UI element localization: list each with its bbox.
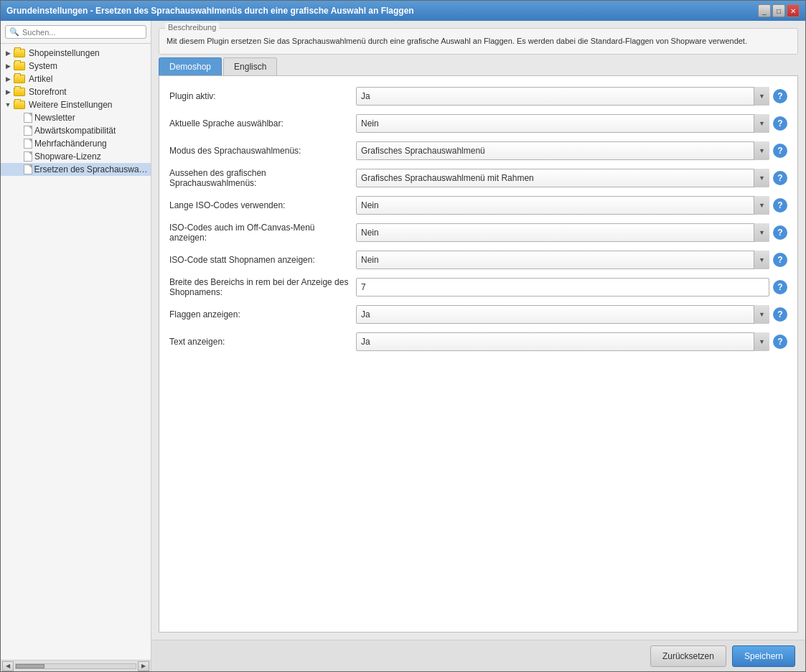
sidebar-item-label: Storefront xyxy=(29,87,67,97)
sidebar-item-artikel[interactable]: ▶ Artikel xyxy=(1,73,151,85)
tab-demoshop[interactable]: Demoshop xyxy=(159,57,222,75)
scrollbar-track[interactable] xyxy=(15,663,136,669)
select-wrapper-flaggen: Ja Nein ▼ xyxy=(356,305,769,324)
select-plugin-aktiv[interactable]: Ja Nein xyxy=(356,87,769,106)
close-button[interactable]: ✕ xyxy=(787,4,800,17)
select-modus[interactable]: Grafisches Sprachauswahlmenü Standard xyxy=(356,141,769,160)
label-text: Text anzeigen: xyxy=(169,337,356,347)
help-button-plugin-aktiv[interactable]: ? xyxy=(773,89,787,103)
select-wrapper-plugin-aktiv: Ja Nein ▼ xyxy=(356,87,769,106)
help-button-iso-shopname[interactable]: ? xyxy=(773,253,787,267)
expand-icon: ▶ xyxy=(4,88,12,96)
window-title: Grundeinstellungen - Ersetzen des Sprach… xyxy=(6,6,414,16)
help-button-breite[interactable]: ? xyxy=(773,280,787,294)
search-box: 🔍 xyxy=(1,21,151,44)
bottom-bar: Zurücksetzen Speichern xyxy=(151,640,805,671)
sidebar-item-label: Abwärtskompatibilität xyxy=(34,126,116,136)
sidebar-item-label: Shopware-Lizenz xyxy=(34,151,101,162)
select-iso-offcanvas[interactable]: Nein Ja xyxy=(356,223,769,242)
sidebar-item-newsletter[interactable]: Newsletter xyxy=(1,111,151,124)
sidebar-item-label: Artikel xyxy=(29,74,52,84)
sidebar-item-abwaertskompatibilitaet[interactable]: Abwärtskompatibilität xyxy=(1,124,151,137)
help-button-aktuelle-sprache[interactable]: ? xyxy=(773,116,787,131)
expand-icon: ▶ xyxy=(4,75,12,83)
control-iso-offcanvas: Nein Ja ▼ ? xyxy=(356,223,787,242)
description-legend: Beschreibung xyxy=(165,23,219,32)
reset-button[interactable]: Zurücksetzen xyxy=(650,645,726,667)
sidebar-item-label: Newsletter xyxy=(34,113,75,123)
control-aktuelle-sprache: Nein Ja ▼ ? xyxy=(356,114,787,133)
sidebar-item-shopware-lizenz[interactable]: Shopware-Lizenz xyxy=(1,150,151,163)
help-button-iso-offcanvas[interactable]: ? xyxy=(773,225,787,240)
label-plugin-aktiv: Plugin aktiv: xyxy=(169,91,356,101)
main-window: Grundeinstellungen - Ersetzen des Sprach… xyxy=(0,0,806,672)
select-wrapper-aussehen: Grafisches Sprachauswahlmenü mit Rahmen … xyxy=(356,169,769,187)
scrollbar-thumb xyxy=(16,664,44,668)
search-input[interactable] xyxy=(22,28,142,37)
help-button-text[interactable]: ? xyxy=(773,335,787,349)
minimize-button[interactable]: _ xyxy=(758,4,771,17)
form-row-lange-iso: Lange ISO-Codes verwenden: Nein Ja ▼ ? xyxy=(169,195,787,215)
expand-icon-open: ▼ xyxy=(4,101,12,109)
doc-icon xyxy=(24,126,32,136)
help-button-flaggen[interactable]: ? xyxy=(773,307,787,322)
right-panel: Beschreibung Mit diesem Plugin ersetzen … xyxy=(151,21,805,671)
sidebar-item-label: Mehrfachänderung xyxy=(34,139,107,149)
sidebar: 🔍 ▶ Shopeinstellungen ▶ System xyxy=(1,21,151,671)
select-aussehen[interactable]: Grafisches Sprachauswahlmenü mit Rahmen … xyxy=(356,169,769,187)
expand-icon: ▶ xyxy=(4,62,12,70)
label-breite: Breite des Bereichs in rem bei der Anzei… xyxy=(169,277,356,297)
sidebar-item-mehrfachaenderung[interactable]: Mehrfachänderung xyxy=(1,137,151,150)
label-flaggen: Flaggen anzeigen: xyxy=(169,309,356,319)
control-modus: Grafisches Sprachauswahlmenü Standard ▼ … xyxy=(356,141,787,160)
help-button-lange-iso[interactable]: ? xyxy=(773,198,787,213)
label-aussehen: Aussehen des grafischen Sprachauswahlmen… xyxy=(169,168,356,188)
doc-icon xyxy=(24,139,32,149)
control-plugin-aktiv: Ja Nein ▼ ? xyxy=(356,87,787,106)
form-row-iso-offcanvas: ISO-Codes auch im Off-Canvas-Menü anzeig… xyxy=(169,223,787,243)
doc-icon xyxy=(24,151,32,162)
help-button-modus[interactable]: ? xyxy=(773,144,787,158)
description-fieldset: Beschreibung Mit diesem Plugin ersetzen … xyxy=(159,28,798,55)
select-wrapper-modus: Grafisches Sprachauswahlmenü Standard ▼ xyxy=(356,141,769,160)
form-row-breite: Breite des Bereichs in rem bei der Anzei… xyxy=(169,277,787,297)
sidebar-item-label: Ersetzen des Sprachauswahl... xyxy=(34,164,149,174)
sidebar-item-storefront[interactable]: ▶ Storefront xyxy=(1,85,151,98)
folder-icon xyxy=(14,74,27,84)
sidebar-scrollbar: ◀ ▶ xyxy=(1,660,151,671)
form-row-plugin-aktiv: Plugin aktiv: Ja Nein ▼ ? xyxy=(169,86,787,106)
sidebar-item-system[interactable]: ▶ System xyxy=(1,60,151,73)
folder-icon xyxy=(14,48,27,58)
scroll-left-btn[interactable]: ◀ xyxy=(2,661,14,671)
sidebar-item-label: Weitere Einstellungen xyxy=(29,100,113,110)
help-button-aussehen[interactable]: ? xyxy=(773,171,787,185)
input-breite[interactable] xyxy=(356,278,769,297)
folder-icon xyxy=(14,87,27,97)
expand-icon: ▶ xyxy=(4,49,12,57)
control-iso-shopname: Nein Ja ▼ ? xyxy=(356,251,787,269)
sidebar-item-weitere-einstellungen[interactable]: ▼ Weitere Einstellungen xyxy=(1,98,151,111)
select-aktuelle-sprache[interactable]: Nein Ja xyxy=(356,114,769,133)
select-text[interactable]: Ja Nein xyxy=(356,332,769,351)
tab-englisch[interactable]: Englisch xyxy=(223,57,277,75)
form-row-aussehen: Aussehen des grafischen Sprachauswahlmen… xyxy=(169,168,787,188)
folder-icon xyxy=(14,100,27,110)
maximize-button[interactable]: □ xyxy=(772,4,785,17)
main-content: 🔍 ▶ Shopeinstellungen ▶ System xyxy=(1,21,805,671)
folder-icon xyxy=(14,61,27,71)
select-flaggen[interactable]: Ja Nein xyxy=(356,305,769,324)
form-row-modus: Modus des Sprachauswahlmenüs: Grafisches… xyxy=(169,141,787,161)
select-wrapper-iso-shopname: Nein Ja ▼ xyxy=(356,251,769,269)
form-row-aktuelle-sprache: Aktuelle Sprache auswählbar: Nein Ja ▼ ? xyxy=(169,113,787,134)
sidebar-item-label: System xyxy=(29,61,57,71)
select-iso-shopname[interactable]: Nein Ja xyxy=(356,251,769,269)
scroll-right-btn[interactable]: ▶ xyxy=(138,661,149,671)
select-lange-iso[interactable]: Nein Ja xyxy=(356,196,769,215)
sidebar-item-label: Shopeinstellungen xyxy=(29,48,100,58)
select-wrapper-text: Ja Nein ▼ xyxy=(356,332,769,351)
save-button[interactable]: Speichern xyxy=(732,645,795,667)
sidebar-item-shopeinstellungen[interactable]: ▶ Shopeinstellungen xyxy=(1,47,151,60)
form-row-flaggen: Flaggen anzeigen: Ja Nein ▼ ? xyxy=(169,304,787,325)
window-controls: _ □ ✕ xyxy=(758,4,800,17)
sidebar-item-ersetzen[interactable]: Ersetzen des Sprachauswahl... xyxy=(1,163,151,176)
